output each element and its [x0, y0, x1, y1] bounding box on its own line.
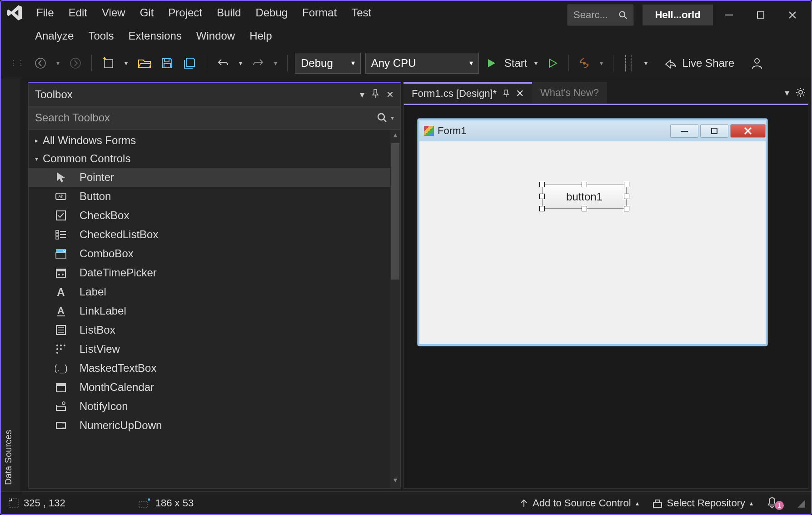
pin-icon[interactable] [372, 89, 379, 100]
menu-file[interactable]: File [36, 6, 54, 19]
nav-forward-button[interactable] [67, 54, 84, 72]
toolbox-item-maskedtextbox[interactable]: (._)MaskedTextBox [29, 359, 400, 378]
toolbox-item-label[interactable]: ALabel [29, 282, 400, 301]
save-button[interactable] [159, 54, 176, 72]
hot-reload-button[interactable] [576, 54, 593, 72]
toolbox-item-combobox[interactable]: ComboBox [29, 244, 400, 263]
start-debug-button[interactable] [483, 54, 500, 72]
svg-line-59 [797, 89, 798, 90]
toolbox-group[interactable]: ▸All Windows Forms [29, 131, 400, 150]
menu-view[interactable]: View [102, 6, 125, 19]
toolbox-item-checkbox[interactable]: CheckBox [29, 206, 400, 225]
new-item-button[interactable] [99, 54, 117, 72]
toolbox-scrollbar[interactable]: ▲ ▼ [390, 130, 400, 488]
toolbox-item-checkedlistbox[interactable]: CheckedListBox [29, 225, 400, 244]
notifications-button[interactable]: 1 [767, 496, 784, 510]
item-label: CheckedListBox [80, 228, 158, 241]
toolbox-group[interactable]: ▾Common Controls [29, 150, 400, 168]
toolbox-item-monthcalendar[interactable]: MonthCalendar [29, 378, 400, 397]
scroll-up-icon[interactable]: ▲ [390, 131, 400, 141]
item-label: NumericUpDown [80, 419, 162, 432]
open-button[interactable] [135, 54, 154, 72]
nav-back-button[interactable] [32, 54, 49, 72]
group-label: Common Controls [43, 152, 130, 165]
minimize-button[interactable] [713, 5, 745, 25]
chevron-down-icon[interactable]: ▾ [642, 54, 650, 72]
platform-dropdown[interactable]: Any CPU▾ [365, 53, 479, 74]
toolbox-item-notifyicon[interactable]: NotifyIcon [29, 397, 400, 416]
close-button[interactable] [777, 5, 808, 25]
menu-git[interactable]: Git [140, 6, 154, 19]
svg-point-0 [620, 12, 625, 17]
toolbox-item-numericupdown[interactable]: NumericUpDown [29, 416, 400, 435]
form-icon [424, 126, 434, 136]
combo-icon [54, 247, 68, 260]
main-toolbar: ⋮⋮ ▾ ▾ ▾ ▾ Debug▾ Any CPU▾ Start ▾ ▾ ┆┆┆… [1, 47, 811, 79]
svg-rect-67 [9, 499, 18, 508]
tab-whats-new[interactable]: What's New? [532, 82, 607, 104]
chevron-down-icon[interactable]: ▾ [391, 114, 394, 121]
resize-handle[interactable] [624, 206, 629, 211]
design-surface[interactable]: Form1 button1 [404, 104, 808, 489]
toolbox-item-pointer[interactable]: Pointer [29, 168, 400, 187]
config-dropdown[interactable]: Debug▾ [295, 53, 361, 74]
menu-window[interactable]: Window [196, 30, 235, 42]
close-icon[interactable]: ✕ [386, 89, 394, 100]
toolbox-item-datetimepicker[interactable]: DateTimePicker [29, 263, 400, 282]
chevron-down-icon[interactable]: ▾ [236, 54, 245, 72]
chevron-down-icon[interactable]: ▾ [54, 54, 62, 72]
select-repo-button[interactable]: Select Repository ▴ [653, 497, 753, 509]
start-nodebug-button[interactable] [545, 54, 561, 72]
resize-handle[interactable] [539, 194, 545, 199]
chevron-down-icon[interactable]: ▾ [597, 54, 606, 72]
tab-form1-design[interactable]: Form1.cs [Design]* ✕ [404, 82, 532, 104]
resize-handle[interactable] [624, 182, 629, 187]
menu-tools[interactable]: Tools [88, 30, 114, 42]
chevron-down-icon[interactable]: ▾ [122, 54, 130, 72]
toolbox-item-linklabel[interactable]: ALinkLabel [29, 301, 400, 320]
menu-build[interactable]: Build [217, 6, 241, 19]
redo-button[interactable] [249, 54, 267, 72]
save-all-button[interactable] [180, 54, 199, 72]
data-sources-tab[interactable]: Data Sources [1, 79, 20, 491]
check-icon [54, 209, 68, 222]
maximize-button[interactable] [745, 5, 777, 25]
menu-edit[interactable]: Edit [69, 6, 87, 19]
button1-control[interactable]: button1 [542, 185, 627, 209]
toolbox-item-button[interactable]: abButton [29, 187, 400, 206]
menu-help[interactable]: Help [249, 30, 272, 42]
account-button[interactable] [748, 54, 766, 72]
panel-options-button[interactable]: ▾ [360, 89, 364, 100]
pin-icon[interactable] [503, 90, 509, 98]
undo-button[interactable] [214, 54, 232, 72]
resize-handle[interactable] [582, 206, 587, 211]
toolbox-search[interactable]: Search Toolbox ▾ [29, 106, 400, 130]
chevron-down-icon[interactable]: ▾ [532, 54, 540, 72]
menu-test[interactable]: Test [351, 6, 371, 19]
resize-handle[interactable] [582, 182, 587, 187]
menu-extensions[interactable]: Extensions [128, 30, 181, 42]
gear-icon[interactable] [796, 87, 806, 98]
close-icon[interactable]: ✕ [516, 88, 524, 100]
svg-line-14 [384, 119, 386, 122]
tab-overflow-button[interactable]: ▾ [785, 87, 789, 98]
menu-analyze[interactable]: Analyze [35, 30, 74, 42]
scroll-thumb[interactable] [391, 143, 399, 280]
toolbox-item-listview[interactable]: ListView [29, 340, 400, 359]
resize-handle[interactable] [539, 206, 545, 211]
menu-debug[interactable]: Debug [255, 6, 288, 19]
menu-format[interactable]: Format [302, 6, 337, 19]
feedback-icon[interactable]: ◢ [797, 497, 804, 509]
global-search[interactable]: Searc... [568, 5, 633, 25]
form-preview[interactable]: Form1 button1 [418, 119, 767, 346]
toolbox-item-listbox[interactable]: ListBox [29, 320, 400, 340]
item-label: ListBox [80, 324, 115, 336]
align-tools-icon[interactable]: ┆┆┆┆ [621, 54, 637, 72]
chevron-down-icon[interactable]: ▾ [271, 54, 280, 72]
resize-handle[interactable] [539, 182, 545, 187]
source-control-button[interactable]: Add to Source Control ▴ [520, 497, 638, 509]
resize-handle[interactable] [624, 194, 629, 199]
scroll-down-icon[interactable]: ▼ [390, 476, 400, 486]
live-share-button[interactable]: Live Share [664, 57, 734, 70]
menu-project[interactable]: Project [168, 6, 202, 19]
